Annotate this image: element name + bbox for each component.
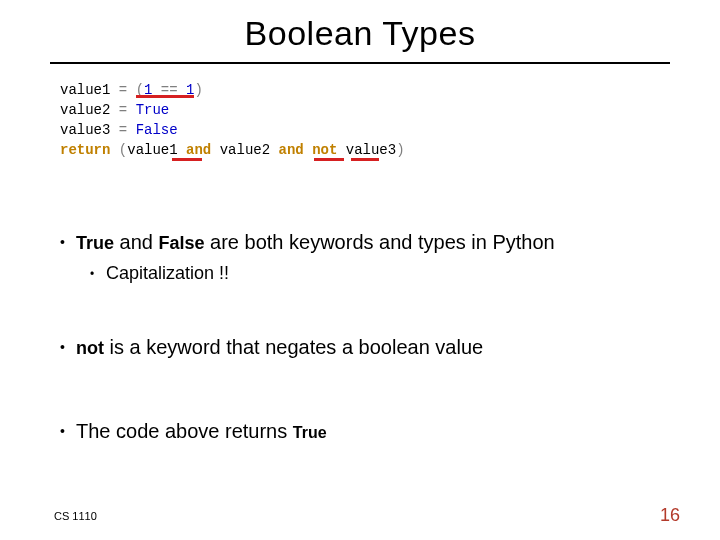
- code-token: value2: [220, 142, 270, 158]
- bullet-text: not is a keyword that negates a boolean …: [76, 335, 670, 360]
- underline-mark: [136, 95, 194, 98]
- code-token: and: [186, 142, 211, 158]
- code-token: True: [136, 102, 170, 118]
- title-divider: [50, 62, 670, 64]
- code-token: value3: [60, 122, 110, 138]
- code-token: value1: [127, 142, 177, 158]
- bullet-dot-icon: •: [60, 230, 76, 254]
- code-token: value1: [60, 82, 110, 98]
- inline-code: True: [76, 233, 114, 253]
- inline-code: True: [293, 424, 327, 441]
- bullet-item: • The code above returns True: [60, 419, 670, 443]
- bullet-text: The code above returns True: [76, 419, 670, 443]
- bullet-item: • not is a keyword that negates a boolea…: [60, 335, 670, 360]
- bullet-item: • True and False are both keywords and t…: [60, 230, 670, 255]
- code-token: ): [194, 82, 202, 98]
- footer-course: CS 1110: [54, 510, 97, 522]
- code-token: ): [396, 142, 404, 158]
- text-fragment: is a keyword that negates a boolean valu…: [104, 336, 483, 358]
- underline-mark: [314, 158, 344, 161]
- code-token: value2: [60, 102, 110, 118]
- code-token: =: [119, 122, 127, 138]
- slide: Boolean Types value1 = (1 == 1) value2 =…: [0, 0, 720, 540]
- bullet-text: True and False are both keywords and typ…: [76, 230, 670, 255]
- code-token: value3: [346, 142, 396, 158]
- code-token: =: [119, 82, 127, 98]
- bullet-list: • True and False are both keywords and t…: [60, 230, 670, 451]
- slide-title: Boolean Types: [0, 14, 720, 53]
- code-token: (: [119, 142, 127, 158]
- code-token: return: [60, 142, 110, 158]
- text-fragment: are both keywords and types in Python: [205, 231, 555, 253]
- code-block: value1 = (1 == 1) value2 = True value3 =…: [60, 80, 405, 160]
- text-fragment: and: [114, 231, 158, 253]
- sub-bullet-item: • Capitalization !!: [90, 263, 670, 285]
- bullet-dot-icon: •: [60, 419, 76, 443]
- code-token: =: [119, 102, 127, 118]
- code-token: False: [136, 122, 178, 138]
- code-token: not: [312, 142, 337, 158]
- inline-code: not: [76, 338, 104, 358]
- text-fragment: The code above returns: [76, 420, 293, 442]
- inline-code: False: [159, 233, 205, 253]
- underline-mark: [351, 158, 379, 161]
- bullet-dot-icon: •: [90, 263, 106, 285]
- bullet-dot-icon: •: [60, 335, 76, 359]
- code-token: and: [279, 142, 304, 158]
- footer-page-number: 16: [660, 505, 680, 526]
- underline-mark: [172, 158, 202, 161]
- bullet-text: Capitalization !!: [106, 263, 670, 285]
